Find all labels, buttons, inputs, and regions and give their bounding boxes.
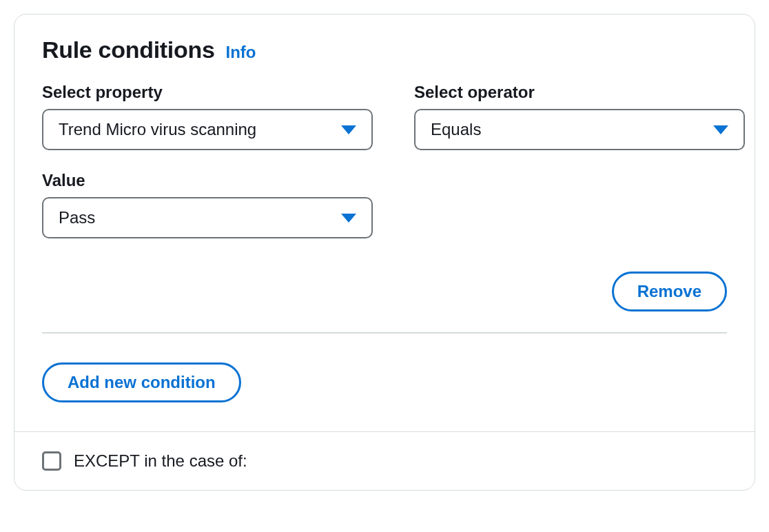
- property-value: Trend Micro virus scanning: [59, 120, 256, 139]
- value-select[interactable]: Pass: [42, 197, 373, 238]
- divider-full: [14, 431, 755, 433]
- add-condition-button[interactable]: Add new condition: [42, 362, 241, 402]
- rule-conditions-panel: Rule conditions Info Select property Tre…: [14, 14, 755, 491]
- except-row: EXCEPT in the case of:: [42, 451, 727, 471]
- operator-field: Select operator Equals: [414, 83, 745, 150]
- caret-down-icon: [713, 125, 728, 134]
- operator-select[interactable]: Equals: [414, 109, 745, 150]
- value-field: Value Pass: [42, 171, 373, 238]
- panel-header: Rule conditions Info: [42, 37, 727, 63]
- panel-title: Rule conditions: [42, 37, 215, 63]
- operator-label: Select operator: [414, 83, 745, 102]
- fields-row-1: Select property Trend Micro virus scanni…: [42, 83, 727, 150]
- condition-actions: Remove: [42, 272, 727, 311]
- caret-down-icon: [341, 125, 356, 134]
- property-label: Select property: [42, 83, 373, 102]
- except-label: EXCEPT in the case of:: [74, 451, 247, 471]
- fields-row-2: Value Pass: [42, 171, 727, 238]
- value-label: Value: [42, 171, 373, 190]
- add-condition-row: Add new condition: [42, 362, 727, 402]
- info-link[interactable]: Info: [226, 43, 256, 62]
- caret-down-icon: [341, 214, 356, 223]
- property-field: Select property Trend Micro virus scanni…: [42, 83, 373, 150]
- property-select[interactable]: Trend Micro virus scanning: [42, 109, 373, 150]
- value-value: Pass: [59, 208, 95, 227]
- operator-value: Equals: [431, 120, 481, 139]
- except-checkbox[interactable]: [42, 451, 61, 471]
- remove-button[interactable]: Remove: [612, 272, 727, 311]
- divider: [42, 332, 727, 334]
